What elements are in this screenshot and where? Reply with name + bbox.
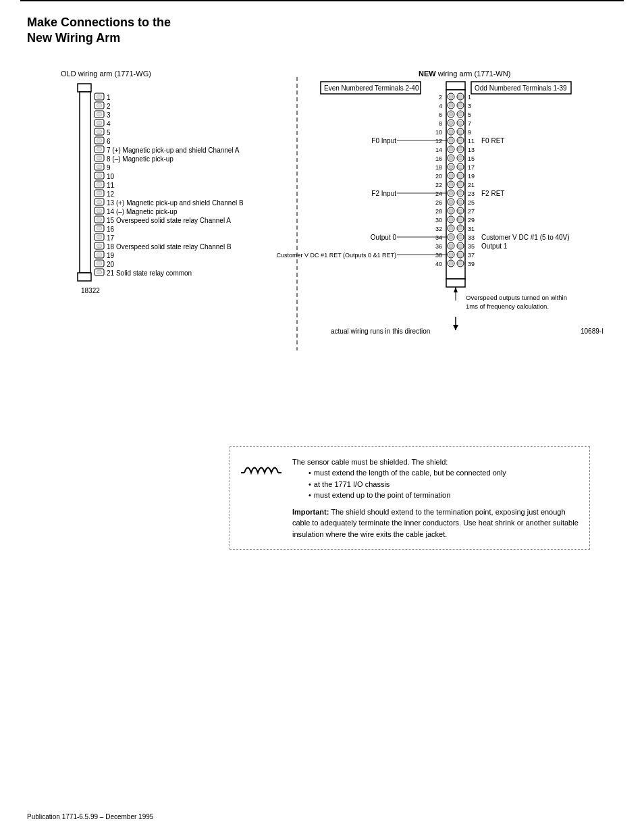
svg-text:16: 16 [107, 226, 115, 233]
svg-text:Output 1: Output 1 [481, 242, 508, 250]
bullet-2: at the 1771 I/O chassis [303, 479, 579, 490]
svg-point-52 [97, 235, 102, 239]
svg-point-34 [97, 182, 102, 186]
svg-point-194 [449, 253, 453, 257]
main-diagram: OLD wiring arm (1771-WG) 1 2 3 4 [41, 67, 617, 433]
svg-text:Overspeed outputs turned on wi: Overspeed outputs turned on within [466, 294, 567, 301]
svg-text:5: 5 [468, 111, 471, 118]
svg-point-49 [97, 226, 102, 230]
svg-text:4: 4 [107, 120, 111, 128]
svg-point-133 [449, 174, 453, 178]
svg-point-163 [458, 209, 462, 213]
svg-point-76 [449, 95, 453, 99]
svg-point-103 [458, 130, 462, 134]
svg-text:23: 23 [468, 190, 475, 197]
svg-text:15  Overspeed solid state rela: 15 Overspeed solid state relay Channel A [107, 217, 231, 224]
svg-point-160 [449, 209, 453, 213]
svg-rect-0 [78, 84, 91, 92]
svg-text:1: 1 [107, 94, 111, 101]
svg-point-88 [449, 112, 453, 116]
svg-point-28 [97, 165, 102, 169]
svg-text:5: 5 [107, 129, 111, 136]
svg-point-166 [449, 217, 453, 221]
svg-text:F0 Input: F0 Input [371, 137, 396, 145]
svg-text:3: 3 [107, 111, 111, 119]
svg-text:22: 22 [435, 182, 442, 188]
svg-text:9: 9 [107, 164, 111, 172]
svg-text:actual wiring runs in this dir: actual wiring runs in this direction [331, 328, 430, 335]
svg-text:NEW
         wiring arm  (1771: NEW wiring arm (1771-WN) [419, 70, 510, 78]
svg-point-55 [97, 244, 102, 248]
svg-point-10 [97, 112, 102, 116]
svg-point-187 [449, 244, 453, 248]
svg-text:12: 12 [435, 138, 442, 145]
svg-text:25: 25 [468, 199, 475, 206]
svg-point-154 [449, 200, 453, 204]
svg-text:38: 38 [435, 252, 442, 259]
svg-point-7 [97, 103, 102, 107]
svg-point-121 [449, 156, 453, 160]
page-title: Make Connections to the New Wiring Arm [27, 15, 617, 47]
svg-text:16: 16 [435, 155, 442, 162]
svg-text:4: 4 [439, 103, 442, 109]
svg-point-124 [458, 156, 462, 160]
svg-point-82 [449, 103, 453, 107]
svg-text:34: 34 [435, 234, 442, 241]
svg-point-4 [97, 95, 102, 99]
svg-point-109 [458, 138, 462, 142]
svg-point-130 [458, 165, 462, 169]
svg-point-97 [458, 121, 462, 125]
svg-marker-209 [454, 287, 458, 292]
svg-point-64 [97, 270, 102, 274]
svg-rect-2 [78, 273, 91, 281]
svg-text:8   (–) Magnetic pick-up: 8 (–) Magnetic pick-up [107, 155, 173, 163]
svg-point-31 [97, 174, 102, 178]
svg-text:10689-I: 10689-I [581, 328, 603, 335]
svg-text:F2 RET: F2 RET [481, 190, 504, 197]
svg-text:36: 36 [435, 243, 442, 250]
svg-text:31: 31 [468, 226, 475, 232]
svg-point-202 [449, 261, 453, 265]
svg-text:20: 20 [107, 261, 115, 268]
footer-publication: Publication 1771-6.5.99 – December 1995 [27, 813, 153, 820]
svg-text:18: 18 [435, 164, 442, 171]
svg-text:1: 1 [468, 94, 471, 101]
svg-text:9: 9 [468, 129, 471, 136]
svg-text:18  Overspeed solid state rela: 18 Overspeed solid state relay Channel B [107, 243, 232, 251]
svg-point-37 [97, 191, 102, 195]
svg-text:17: 17 [107, 234, 115, 242]
svg-text:F0 RET: F0 RET [481, 137, 504, 145]
svg-text:14: 14 [435, 147, 442, 153]
svg-text:32: 32 [435, 226, 442, 232]
svg-point-91 [458, 112, 462, 116]
svg-text:10: 10 [107, 173, 115, 180]
svg-text:7: 7 [468, 120, 471, 127]
svg-text:15: 15 [468, 155, 475, 162]
svg-point-172 [449, 226, 453, 230]
svg-marker-215 [453, 325, 458, 330]
svg-point-58 [97, 253, 102, 257]
svg-text:39: 39 [468, 261, 475, 267]
svg-text:7   (+) Magnetic pick-up and s: 7 (+) Magnetic pick-up and shield Channe… [107, 147, 240, 154]
svg-point-43 [97, 209, 102, 213]
svg-text:19: 19 [107, 252, 115, 259]
svg-text:30: 30 [435, 217, 442, 224]
svg-text:Customer V DC #1 (5 to 40V): Customer V DC #1 (5 to 40V) [481, 234, 570, 241]
svg-point-22 [97, 147, 102, 151]
svg-text:6: 6 [439, 111, 442, 118]
svg-text:27: 27 [468, 208, 475, 215]
svg-text:1ms of frequency calculation.: 1ms of frequency calculation. [466, 303, 549, 310]
svg-text:Odd Numbered Terminals 1-39: Odd Numbered Terminals 1-39 [475, 84, 567, 92]
svg-text:13  (+) Magnetic pick-up and s: 13 (+) Magnetic pick-up and shield Chann… [107, 199, 244, 207]
bullet-3: must extend up to the point of terminati… [303, 490, 579, 501]
svg-text:13: 13 [468, 147, 475, 153]
svg-text:8: 8 [439, 120, 442, 127]
svg-point-115 [449, 147, 453, 151]
svg-point-169 [458, 217, 462, 221]
svg-text:14  (–) Magnetic pick-up: 14 (–) Magnetic pick-up [107, 208, 178, 215]
svg-text:21: 21 [468, 182, 475, 188]
svg-point-79 [458, 95, 462, 99]
svg-text:17: 17 [468, 164, 475, 171]
svg-text:21  Solid state relay common: 21 Solid state relay common [107, 269, 192, 277]
svg-text:33: 33 [468, 234, 475, 241]
